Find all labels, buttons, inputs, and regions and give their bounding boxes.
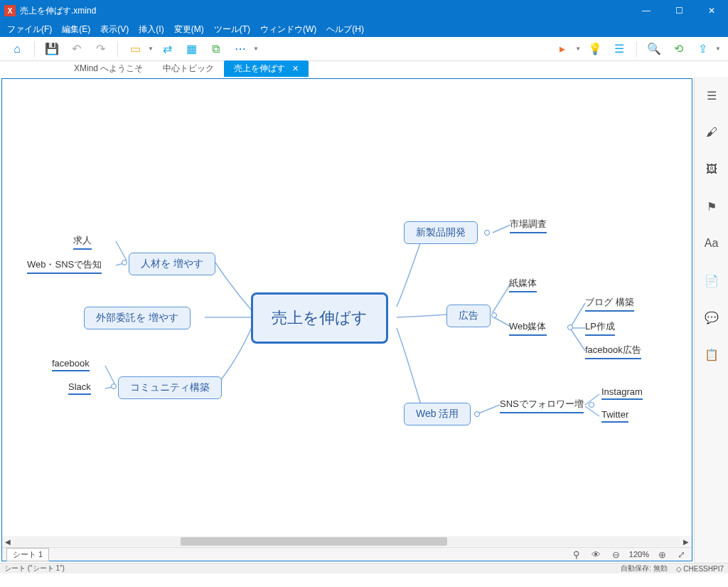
- zoom-in-icon[interactable]: ⊕: [656, 549, 668, 560]
- leaf-webbaitai[interactable]: Web媒体: [509, 320, 547, 333]
- summary-button[interactable]: ⧉: [206, 39, 226, 59]
- collapse-handle[interactable]: [484, 230, 490, 236]
- outline-icon[interactable]: ☰: [703, 87, 720, 104]
- menu-help[interactable]: ヘルプ(H): [323, 22, 367, 37]
- status-sheet: シート ("シート 1"): [4, 564, 65, 573]
- font-icon[interactable]: Aa: [703, 235, 720, 252]
- tab-central-topic[interactable]: 中心トピック: [153, 60, 224, 77]
- boundary-button[interactable]: ▦: [182, 39, 202, 59]
- node-jinzai[interactable]: 人材を 増やす: [129, 253, 215, 275]
- fit-icon[interactable]: ⤢: [675, 549, 687, 560]
- node-koukoku[interactable]: 広告: [446, 305, 491, 327]
- menu-view[interactable]: 表示(V): [97, 22, 132, 37]
- scroll-right-icon[interactable]: ▶: [680, 538, 692, 546]
- svg-line-9: [571, 329, 585, 351]
- tab-current-label: 売上を伸ばす: [234, 63, 285, 73]
- marker-icon[interactable]: ⚑: [703, 198, 720, 215]
- toolbar: ⌂ 💾 ↶ ↷ ▭▼ ⇄ ▦ ⧉ ⋯▼ ▸▼ 💡 ☰ 🔍 ⟲ ⇪▼: [0, 37, 728, 61]
- svg-line-5: [493, 284, 510, 312]
- svg-line-0: [116, 241, 127, 260]
- close-button[interactable]: ✕: [695, 0, 728, 21]
- menu-modify[interactable]: 変更(M): [171, 22, 207, 37]
- sheet-tab[interactable]: シート 1: [6, 548, 49, 561]
- node-web[interactable]: Web 活用: [404, 403, 471, 425]
- collapse-handle[interactable]: [474, 411, 480, 417]
- menu-edit[interactable]: 編集(E): [59, 22, 93, 37]
- collapse-handle[interactable]: [589, 402, 594, 408]
- home-button[interactable]: ⌂: [7, 39, 27, 59]
- leaf-slack[interactable]: Slack: [68, 381, 91, 392]
- topic-button[interactable]: ▭: [125, 39, 145, 59]
- relationship-button[interactable]: ⇄: [158, 39, 178, 59]
- menu-insert[interactable]: 挿入(I): [136, 22, 166, 37]
- status-autosave: 自動保存: 無効: [621, 564, 668, 573]
- scroll-track[interactable]: [14, 537, 680, 546]
- svg-line-4: [493, 225, 510, 233]
- collapse-handle[interactable]: [122, 260, 127, 265]
- svg-line-7: [571, 303, 585, 327]
- leaf-facebook[interactable]: facebook: [52, 358, 90, 369]
- image-icon[interactable]: 🖼: [703, 161, 720, 178]
- status-machine: ◇ CHESSHPI7: [676, 565, 724, 573]
- zoom-level: 120%: [629, 550, 649, 559]
- more-button[interactable]: ⋯: [230, 39, 250, 59]
- leaf-kyujin[interactable]: 求人: [73, 234, 92, 247]
- present-button[interactable]: ▸: [552, 39, 572, 59]
- tab-close-icon[interactable]: ✕: [292, 64, 299, 73]
- svg-line-6: [493, 317, 510, 327]
- scroll-thumb[interactable]: [181, 537, 447, 546]
- menu-window[interactable]: ウィンドウ(W): [257, 22, 319, 37]
- search-button[interactable]: 🔍: [644, 39, 664, 59]
- collapse-handle[interactable]: [491, 312, 497, 318]
- svg-line-12: [585, 406, 599, 416]
- collapse-handle[interactable]: [111, 384, 117, 389]
- node-community[interactable]: コミュニティ構築: [118, 376, 222, 399]
- canvas-wrap: 売上を伸ばす 人材を 増やす 外部委託を 増やす コミュニティ構築 求人 Web…: [1, 78, 692, 561]
- app-icon: X: [4, 5, 16, 16]
- svg-line-10: [478, 405, 500, 413]
- central-topic[interactable]: 売上を伸ばす: [251, 292, 388, 344]
- menu-file[interactable]: ファイル(F): [4, 22, 55, 37]
- workbench: 売上を伸ばす 人材を 増やす 外部委託を 増やす コミュニティ構築 求人 Web…: [0, 77, 728, 563]
- leaf-shijou[interactable]: 市場調査: [510, 218, 547, 231]
- tab-current[interactable]: 売上を伸ばす ✕: [224, 60, 308, 77]
- scroll-left-icon[interactable]: ◀: [2, 538, 14, 546]
- leaf-web-sns[interactable]: Web・SNSで告知: [27, 258, 102, 271]
- notes-icon[interactable]: 📄: [703, 272, 720, 289]
- side-panel: ☰ 🖌 🖼 ⚑ Aa 📄 💬 📋: [694, 77, 728, 563]
- filter-icon[interactable]: ⚲: [571, 549, 582, 560]
- redo-button[interactable]: ↷: [90, 39, 110, 59]
- leaf-sns[interactable]: SNSでフォロワー増: [500, 398, 584, 411]
- node-gaibu[interactable]: 外部委託を 増やす: [84, 307, 191, 329]
- mindmap-canvas[interactable]: 売上を伸ばす 人材を 増やす 外部委託を 増やす コミュニティ構築 求人 Web…: [2, 79, 692, 536]
- leaf-fbad[interactable]: facebook広告: [585, 344, 641, 356]
- format-icon[interactable]: 🖌: [703, 124, 720, 141]
- leaf-lp[interactable]: LP作成: [585, 320, 615, 333]
- share-button[interactable]: ⟲: [668, 39, 688, 59]
- gantt-button[interactable]: ☰: [609, 39, 629, 59]
- leaf-kami[interactable]: 紙媒体: [509, 277, 537, 290]
- leaf-blog[interactable]: ブログ 構築: [585, 296, 634, 309]
- menu-bar: ファイル(F) 編集(E) 表示(V) 挿入(I) 変更(M) ツール(T) ウ…: [0, 21, 728, 37]
- status-bar: シート ("シート 1") 自動保存: 無効 ◇ CHESSHPI7: [0, 563, 728, 573]
- tab-welcome[interactable]: XMind へようこそ: [64, 60, 153, 77]
- title-bar: X 売上を伸ばす.xmind — ☐ ✕: [0, 0, 728, 21]
- node-shinseihin[interactable]: 新製品開発: [404, 221, 478, 244]
- minimize-button[interactable]: —: [630, 0, 663, 21]
- comments-icon[interactable]: 💬: [703, 309, 720, 326]
- h-scrollbar[interactable]: ◀ ▶: [2, 536, 692, 547]
- zoom-out-icon[interactable]: ⊖: [610, 549, 622, 560]
- export-button[interactable]: ⇪: [692, 39, 712, 59]
- maximize-button[interactable]: ☐: [663, 0, 695, 21]
- task-icon[interactable]: 📋: [703, 346, 720, 363]
- idea-button[interactable]: 💡: [585, 39, 605, 59]
- leaf-instagram[interactable]: Instagram: [601, 386, 643, 397]
- window-title: 売上を伸ばす.xmind: [20, 5, 630, 17]
- eye-icon[interactable]: 👁: [589, 549, 603, 560]
- save-button[interactable]: 💾: [42, 39, 62, 59]
- undo-button[interactable]: ↶: [66, 39, 86, 59]
- leaf-twitter[interactable]: Twitter: [601, 409, 628, 420]
- collapse-handle[interactable]: [567, 324, 573, 330]
- sheet-bar: シート 1 ⚲ 👁 ⊖ 120% ⊕ ⤢: [2, 547, 692, 561]
- menu-tools[interactable]: ツール(T): [211, 22, 253, 37]
